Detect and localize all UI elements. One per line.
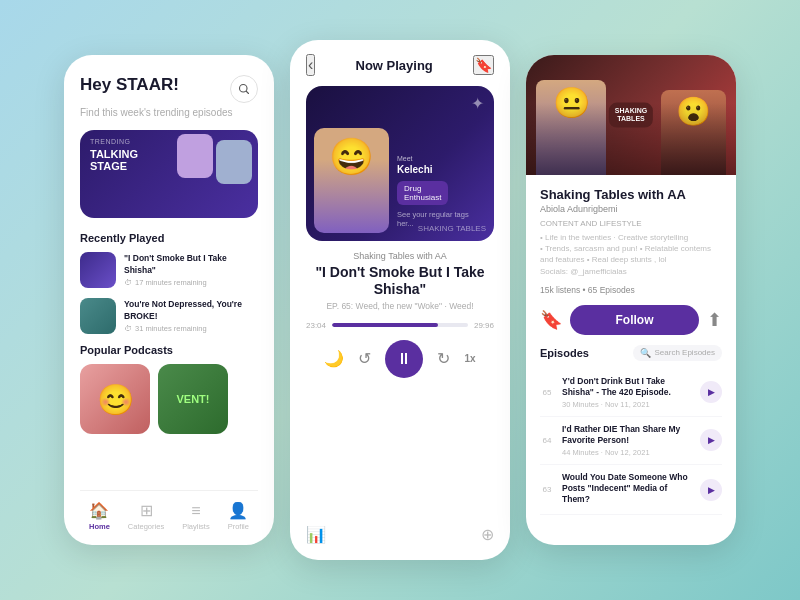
episodes-section-title: Episodes [540,347,589,359]
pause-button[interactable]: ⏸ [385,340,423,378]
show-title: Shaking Tables with AA [540,187,722,202]
episode-info: You're Not Depressed, You're BROKE! ⏱ 31… [124,299,258,332]
meet-label: Meet [397,155,486,162]
clock-icon: ⏱ [124,324,132,333]
svg-line-1 [246,91,248,93]
profile-icon: 👤 [228,501,248,520]
right-content: Shaking Tables with AA Abiola Adunrigbem… [526,175,736,545]
episodes-header: Episodes 🔍 Search Episodes [540,345,722,361]
mid-panel: ‹ Now Playing 🔖 ✦ 😄 Meet Kelechi Drug En… [290,40,510,560]
list-item[interactable]: 64 I'd Rather DIE Than Share My Favorite… [540,417,722,465]
ep-title: I'd Rather DIE Than Share My Favorite Pe… [562,424,692,446]
clock-icon: ⏱ [124,278,132,287]
player-art: ✦ 😄 Meet Kelechi Drug Enthusiast See you… [306,86,494,241]
ep-info: Would You Date Someone Who Posts "Indece… [562,472,692,507]
episode-thumb-art [80,298,116,334]
trending-photos [177,134,252,184]
forward-button[interactable]: ↻ [437,349,450,368]
episode-title: "I Don't Smoke But I Take Shisha" [306,264,494,298]
greeting: Hey STAAR! [80,75,179,95]
bookmark-button[interactable]: 🔖 [473,55,494,75]
ep-meta: 30 Minutes · Nov 11, 2021 [562,400,692,409]
bookmark-action-button[interactable]: 🔖 [540,309,562,331]
episode-time: 31 minutes remaining [135,324,207,333]
nav-categories[interactable]: ⊞ Categories [128,501,164,531]
episode-info: "I Don't Smoke But I Take Shisha" ⏱ 17 m… [124,253,258,286]
ep-play-button[interactable]: ▶ [700,429,722,451]
progress-row: 23:04 29:96 [306,321,494,330]
ep-play-button[interactable]: ▶ [700,479,722,501]
ep-number: 65 [540,388,554,397]
content-tags: CONTENT AND LIFESTYLE [540,219,722,228]
list-item[interactable]: You're Not Depressed, You're BROKE! ⏱ 31… [80,298,258,334]
search-button[interactable] [230,75,258,103]
add-to-playlist-icon[interactable]: ⊕ [481,525,494,544]
ep-info: Y'd Don't Drink But I Take Shisha" - The… [562,376,692,409]
badge-label: Drug [404,184,421,193]
show-logo: SHAKING TABLES [609,103,653,128]
trending-banner[interactable]: TRENDING TALKINGSTAGE [80,130,258,218]
episodes-search[interactable]: 🔍 Search Episodes [633,345,722,361]
nav-profile[interactable]: 👤 Profile [228,501,249,531]
back-button[interactable]: ‹ [306,54,315,76]
equalizer-icon[interactable]: 📊 [306,525,326,544]
badge-sub: Enthusiast [404,193,441,202]
progress-bar[interactable] [332,323,468,327]
podcast-thumb-1[interactable]: 😊 [80,364,150,434]
share-button[interactable]: ⬆ [707,309,722,331]
nav-home[interactable]: 🏠 Home [89,501,110,531]
ep-title: Y'd Don't Drink But I Take Shisha" - The… [562,376,692,398]
episode-desc: EP. 65: Weed, the new "Woke" · Weed! [306,301,494,311]
ep-number: 63 [540,485,554,494]
list-item[interactable]: 65 Y'd Don't Drink But I Take Shisha" - … [540,369,722,417]
episode-meta: ⏱ 31 minutes remaining [124,324,258,333]
star-icon: ✦ [471,94,484,113]
right-panel: 😐 😮 SHAKING TABLES Shaking Tables with A… [526,55,736,545]
action-row: 🔖 Follow ⬆ [540,305,722,335]
guest-face: 😄 [314,128,389,233]
sleep-timer-button[interactable]: 🌙 [324,349,344,368]
trending-photo-2 [216,140,252,184]
recently-played-title: Recently Played [80,232,258,244]
replay-button[interactable]: ↺ [358,349,371,368]
search-episodes-label: Search Episodes [655,348,715,357]
author-name: Abiola Adunrigbemi [540,204,722,214]
episode-thumb [80,298,116,334]
home-icon: 🏠 [89,501,109,520]
search-episodes-icon: 🔍 [640,348,651,358]
hero-image: 😐 😮 SHAKING TABLES [526,55,736,175]
list-item[interactable]: 63 Would You Date Someone Who Posts "Ind… [540,465,722,515]
trending-photo-1 [177,134,213,178]
ep-title: Would You Date Someone Who Posts "Indece… [562,472,692,505]
episode-thumb [80,252,116,288]
pause-icon: ⏸ [396,350,412,368]
podcast-row: 😊 VENT! [80,364,258,434]
nav-categories-label: Categories [128,522,164,531]
ep-play-button[interactable]: ▶ [700,381,722,403]
ep-number: 64 [540,436,554,445]
show-stats: 15k listens • 65 Episodes [540,285,722,295]
trending-label: TRENDING [90,138,131,145]
speed-button[interactable]: 1x [464,353,475,364]
follow-button[interactable]: Follow [570,305,699,335]
show-description: • Life in the twenties · Creative storyt… [540,232,722,277]
ep-info: I'd Rather DIE Than Share My Favorite Pe… [562,424,692,457]
player-header: ‹ Now Playing 🔖 [306,54,494,76]
guest-badge: Drug Enthusiast [397,181,448,205]
episode-title: You're Not Depressed, You're BROKE! [124,299,258,321]
player-guest-photo: 😄 [314,128,389,233]
left-panel: Hey STAAR! Find this week's trending epi… [64,55,274,545]
episode-meta: ⏱ 17 minutes remaining [124,278,258,287]
player-footer: 📊 ⊕ [306,525,494,544]
episode-title: "I Don't Smoke But I Take Shisha" [124,253,258,275]
podcast-face-icon: 😊 [97,382,134,417]
controls: 🌙 ↺ ⏸ ↻ 1x [306,340,494,378]
episode-thumb-art [80,252,116,288]
nav-playlists[interactable]: ≡ Playlists [182,502,210,531]
podcast-logo-text: VENT! [173,389,214,409]
list-item[interactable]: "I Don't Smoke But I Take Shisha" ⏱ 17 m… [80,252,258,288]
current-time: 23:04 [306,321,326,330]
show-name: TALKINGSTAGE [90,148,138,172]
podcast-thumb-2[interactable]: VENT! [158,364,228,434]
episode-time: 17 minutes remaining [135,278,207,287]
